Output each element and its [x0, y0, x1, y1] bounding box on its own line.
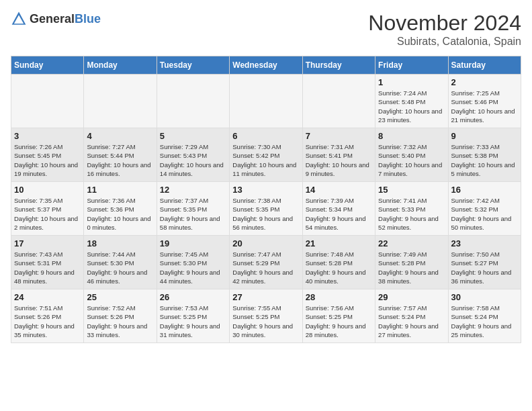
day-info: Sunrise: 7:41 AM Sunset: 5:33 PM Dayligh… — [378, 196, 445, 232]
day-number: 20 — [232, 238, 299, 248]
calendar-table: SundayMondayTuesdayWednesdayThursdayFrid… — [11, 56, 521, 343]
day-info: Sunrise: 7:27 AM Sunset: 5:44 PM Dayligh… — [87, 142, 153, 178]
day-cell: 2Sunrise: 7:25 AM Sunset: 5:46 PM Daylig… — [448, 75, 521, 128]
day-cell: 5Sunrise: 7:29 AM Sunset: 5:43 PM Daylig… — [157, 128, 229, 182]
week-row-4: 17Sunrise: 7:43 AM Sunset: 5:31 PM Dayli… — [11, 236, 521, 289]
day-cell — [302, 75, 375, 128]
day-info: Sunrise: 7:42 AM Sunset: 5:32 PM Dayligh… — [451, 196, 518, 232]
day-info: Sunrise: 7:35 AM Sunset: 5:37 PM Dayligh… — [14, 196, 81, 232]
day-info: Sunrise: 7:50 AM Sunset: 5:27 PM Dayligh… — [451, 250, 518, 285]
day-cell: 1Sunrise: 7:24 AM Sunset: 5:48 PM Daylig… — [375, 75, 448, 128]
day-info: Sunrise: 7:43 AM Sunset: 5:31 PM Dayligh… — [14, 250, 81, 285]
day-info: Sunrise: 7:39 AM Sunset: 5:34 PM Dayligh… — [306, 196, 372, 232]
day-info: Sunrise: 7:33 AM Sunset: 5:38 PM Dayligh… — [451, 142, 518, 178]
day-cell: 11Sunrise: 7:36 AM Sunset: 5:36 PM Dayli… — [84, 182, 157, 236]
day-cell: 29Sunrise: 7:57 AM Sunset: 5:24 PM Dayli… — [375, 289, 448, 343]
day-number: 5 — [160, 131, 226, 141]
header-day-thursday: Thursday — [302, 56, 375, 75]
header-day-monday: Monday — [84, 56, 157, 75]
day-info: Sunrise: 7:30 AM Sunset: 5:42 PM Dayligh… — [232, 142, 299, 178]
day-number: 11 — [87, 185, 153, 195]
day-info: Sunrise: 7:58 AM Sunset: 5:24 PM Dayligh… — [451, 304, 518, 339]
day-info: Sunrise: 7:44 AM Sunset: 5:30 PM Dayligh… — [87, 250, 153, 285]
day-number: 13 — [232, 185, 299, 195]
day-number: 7 — [306, 131, 372, 141]
header-day-wednesday: Wednesday — [230, 56, 302, 75]
week-row-5: 24Sunrise: 7:51 AM Sunset: 5:26 PM Dayli… — [11, 289, 521, 343]
day-number: 17 — [14, 238, 81, 248]
day-cell: 21Sunrise: 7:48 AM Sunset: 5:28 PM Dayli… — [302, 236, 375, 289]
day-cell — [84, 75, 157, 128]
day-info: Sunrise: 7:24 AM Sunset: 5:48 PM Dayligh… — [378, 89, 445, 124]
day-cell: 18Sunrise: 7:44 AM Sunset: 5:30 PM Dayli… — [84, 236, 157, 289]
day-info: Sunrise: 7:25 AM Sunset: 5:46 PM Dayligh… — [451, 89, 518, 124]
week-row-2: 3Sunrise: 7:26 AM Sunset: 5:45 PM Daylig… — [11, 128, 521, 182]
day-number: 19 — [160, 238, 226, 248]
day-cell: 8Sunrise: 7:32 AM Sunset: 5:40 PM Daylig… — [375, 128, 448, 182]
day-info: Sunrise: 7:32 AM Sunset: 5:40 PM Dayligh… — [378, 142, 445, 178]
day-info: Sunrise: 7:49 AM Sunset: 5:28 PM Dayligh… — [378, 250, 445, 285]
day-cell: 24Sunrise: 7:51 AM Sunset: 5:26 PM Dayli… — [11, 289, 84, 343]
day-cell: 19Sunrise: 7:45 AM Sunset: 5:30 PM Dayli… — [157, 236, 229, 289]
day-info: Sunrise: 7:31 AM Sunset: 5:41 PM Dayligh… — [306, 142, 372, 178]
header-day-friday: Friday — [375, 56, 448, 75]
day-info: Sunrise: 7:56 AM Sunset: 5:25 PM Dayligh… — [306, 304, 372, 339]
day-cell: 28Sunrise: 7:56 AM Sunset: 5:25 PM Dayli… — [302, 289, 375, 343]
logo: GeneralBlue — [11, 11, 101, 27]
page-header: GeneralBlue November 2024 Subirats, Cata… — [11, 11, 521, 48]
title-block: November 2024 Subirats, Catalonia, Spain — [368, 11, 521, 48]
header-day-saturday: Saturday — [448, 56, 521, 75]
day-number: 14 — [306, 185, 372, 195]
location-subtitle: Subirats, Catalonia, Spain — [368, 36, 521, 48]
day-cell: 12Sunrise: 7:37 AM Sunset: 5:35 PM Dayli… — [157, 182, 229, 236]
day-cell: 15Sunrise: 7:41 AM Sunset: 5:33 PM Dayli… — [375, 182, 448, 236]
day-number: 28 — [306, 292, 372, 302]
day-number: 30 — [451, 292, 518, 302]
day-info: Sunrise: 7:51 AM Sunset: 5:26 PM Dayligh… — [14, 304, 81, 339]
day-cell: 14Sunrise: 7:39 AM Sunset: 5:34 PM Dayli… — [302, 182, 375, 236]
day-number: 23 — [451, 238, 518, 248]
day-info: Sunrise: 7:29 AM Sunset: 5:43 PM Dayligh… — [160, 142, 226, 178]
day-cell: 6Sunrise: 7:30 AM Sunset: 5:42 PM Daylig… — [230, 128, 302, 182]
day-number: 29 — [378, 292, 445, 302]
day-number: 3 — [14, 131, 81, 141]
day-number: 25 — [87, 292, 153, 302]
day-number: 26 — [160, 292, 226, 302]
day-number: 27 — [232, 292, 299, 302]
day-info: Sunrise: 7:57 AM Sunset: 5:24 PM Dayligh… — [378, 304, 445, 339]
header-day-tuesday: Tuesday — [157, 56, 229, 75]
day-cell: 26Sunrise: 7:53 AM Sunset: 5:25 PM Dayli… — [157, 289, 229, 343]
day-cell: 20Sunrise: 7:47 AM Sunset: 5:29 PM Dayli… — [230, 236, 302, 289]
day-info: Sunrise: 7:38 AM Sunset: 5:35 PM Dayligh… — [232, 196, 299, 232]
day-number: 16 — [451, 185, 518, 195]
day-info: Sunrise: 7:52 AM Sunset: 5:26 PM Dayligh… — [87, 304, 153, 339]
header-row: SundayMondayTuesdayWednesdayThursdayFrid… — [11, 56, 521, 75]
day-cell: 7Sunrise: 7:31 AM Sunset: 5:41 PM Daylig… — [302, 128, 375, 182]
day-number: 9 — [451, 131, 518, 141]
day-cell: 25Sunrise: 7:52 AM Sunset: 5:26 PM Dayli… — [84, 289, 157, 343]
day-info: Sunrise: 7:48 AM Sunset: 5:28 PM Dayligh… — [306, 250, 372, 285]
day-cell — [11, 75, 84, 128]
day-number: 10 — [14, 185, 81, 195]
logo-blue-text: Blue — [75, 12, 101, 26]
day-cell: 13Sunrise: 7:38 AM Sunset: 5:35 PM Dayli… — [230, 182, 302, 236]
day-info: Sunrise: 7:53 AM Sunset: 5:25 PM Dayligh… — [160, 304, 226, 339]
day-info: Sunrise: 7:26 AM Sunset: 5:45 PM Dayligh… — [14, 142, 81, 178]
day-info: Sunrise: 7:36 AM Sunset: 5:36 PM Dayligh… — [87, 196, 153, 232]
day-cell — [230, 75, 302, 128]
day-number: 12 — [160, 185, 226, 195]
day-number: 6 — [232, 131, 299, 141]
day-number: 2 — [451, 77, 518, 87]
day-number: 1 — [378, 77, 445, 87]
day-number: 22 — [378, 238, 445, 248]
week-row-1: 1Sunrise: 7:24 AM Sunset: 5:48 PM Daylig… — [11, 75, 521, 128]
day-cell: 3Sunrise: 7:26 AM Sunset: 5:45 PM Daylig… — [11, 128, 84, 182]
day-number: 8 — [378, 131, 445, 141]
day-cell — [157, 75, 229, 128]
day-cell: 16Sunrise: 7:42 AM Sunset: 5:32 PM Dayli… — [448, 182, 521, 236]
day-info: Sunrise: 7:37 AM Sunset: 5:35 PM Dayligh… — [160, 196, 226, 232]
week-row-3: 10Sunrise: 7:35 AM Sunset: 5:37 PM Dayli… — [11, 182, 521, 236]
day-number: 24 — [14, 292, 81, 302]
day-number: 15 — [378, 185, 445, 195]
day-number: 4 — [87, 131, 153, 141]
